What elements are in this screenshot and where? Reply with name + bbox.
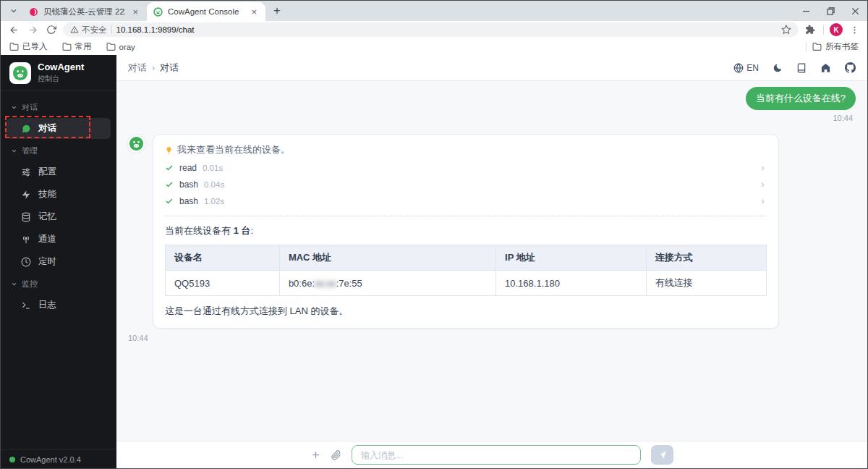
sidebar-item-chat[interactable]: 对话 (7, 118, 111, 139)
check-icon (165, 180, 174, 189)
profile-avatar[interactable]: K (830, 23, 843, 36)
language-switcher[interactable]: EN (733, 63, 759, 73)
browser-toolbar: 不安全 10.168.1.1:9899/chat K (1, 21, 867, 38)
chevron-right-icon (759, 181, 767, 189)
divider (165, 216, 767, 216)
book-icon (796, 63, 807, 73)
restore-button[interactable] (818, 1, 843, 21)
tab-search-button[interactable] (5, 2, 22, 20)
back-button[interactable] (7, 22, 21, 37)
sidebar-item-timer[interactable]: 定时 (7, 251, 111, 272)
divider (823, 25, 824, 35)
tab-title: CowAgent Console (168, 7, 244, 16)
divider (806, 42, 807, 51)
add-attachment-button[interactable] (310, 449, 321, 460)
divider (111, 25, 112, 34)
message-input[interactable] (352, 445, 641, 465)
sidebar-nav: 对话 对话 管理 配置 技能 (1, 91, 116, 449)
warning-icon (70, 25, 79, 34)
sidebar: CowAgent 控制台 对话 对话 管理 (1, 55, 116, 468)
security-status[interactable]: 不安全 (70, 25, 107, 35)
paperclip-icon (331, 450, 341, 460)
tool-call-row[interactable]: read 0.01s (165, 163, 767, 173)
docs-button[interactable] (796, 63, 807, 73)
assistant-intro: 我来查看当前在线的设备。 (165, 143, 767, 156)
globe-icon (733, 63, 744, 73)
chat-area: 当前有什么设备在线? 10:44 我来查看当前在线的设备。 (116, 81, 867, 441)
bookmark-folder-oray[interactable]: oray (106, 42, 135, 51)
mac-address-cell: b0:6e:xx:xx:7e:55 (279, 271, 495, 296)
chevron-down-icon (11, 281, 17, 287)
sliders-icon (21, 167, 31, 177)
broadcast-icon (21, 234, 31, 245)
new-tab-button[interactable]: + (268, 2, 286, 20)
app-version: CowAgent v2.0.4 (20, 455, 81, 464)
extensions-icon[interactable] (803, 22, 817, 37)
chat-bubble-icon (21, 124, 31, 134)
chevron-right-icon (759, 198, 767, 206)
clock-icon (21, 257, 31, 267)
database-icon (21, 212, 31, 222)
paper-plane-icon (658, 450, 667, 460)
sidebar-group-monitor[interactable]: 监控 (1, 274, 116, 293)
tool-call-row[interactable]: bash 1.02s (165, 196, 767, 206)
home-button[interactable] (820, 62, 831, 73)
breadcrumb-current: 对话 (160, 62, 179, 75)
tool-call-row[interactable]: bash 0.04s (165, 179, 767, 190)
browser-window: 贝锐蒲公英-云管理 222015504 × CowAgent Console ×… (0, 0, 868, 469)
page-header: 对话 › 对话 EN (116, 55, 867, 81)
message-composer (116, 441, 867, 468)
all-bookmarks-button[interactable]: 所有书签 (812, 41, 859, 52)
col-device-name: 设备名 (166, 245, 280, 271)
breadcrumb-separator: › (152, 62, 155, 73)
sidebar-item-skills[interactable]: 技能 (7, 184, 111, 205)
breadcrumb-root[interactable]: 对话 (128, 62, 147, 75)
url-text: 10.168.1.1:9899/chat (116, 25, 778, 34)
tab-title: 贝锐蒲公英-云管理 222015504 (43, 7, 125, 17)
plus-icon (310, 449, 321, 460)
status-dot-icon (9, 457, 15, 462)
tab-pgy-cloud[interactable]: 贝锐蒲公英-云管理 222015504 × (22, 2, 147, 21)
sidebar-item-logs[interactable]: 日志 (7, 295, 111, 316)
connection-type-cell: 有线连接 (646, 271, 766, 296)
lightbulb-icon (165, 145, 173, 155)
bookmark-folder-imported[interactable]: 已导入 (9, 41, 48, 52)
user-message-time: 10:44 (116, 110, 867, 122)
minimize-button[interactable] (793, 1, 818, 21)
tab-cowagent-console[interactable]: CowAgent Console × (147, 2, 265, 21)
folder-icon (62, 42, 72, 51)
chevron-down-icon (9, 7, 18, 15)
send-button[interactable] (651, 445, 673, 465)
github-link[interactable] (845, 62, 856, 73)
cowagent-favicon-icon (153, 7, 163, 17)
sidebar-item-channels[interactable]: 通道 (7, 229, 111, 250)
table-header-row: 设备名 MAC 地址 IP 地址 连接方式 (166, 245, 767, 271)
bookmark-star-icon[interactable] (781, 25, 791, 35)
main-panel: 对话 › 对话 EN (116, 55, 867, 468)
reload-button[interactable] (44, 22, 59, 37)
sidebar-group-manage[interactable]: 管理 (1, 140, 116, 160)
home-icon (820, 62, 831, 73)
close-tab-icon[interactable]: × (130, 7, 140, 17)
browser-menu-icon[interactable] (847, 22, 861, 37)
address-bar[interactable]: 不安全 10.168.1.1:9899/chat (63, 22, 799, 37)
sidebar-item-memory[interactable]: 记忆 (7, 206, 111, 227)
assistant-note: 这是一台通过有线方式连接到 LAN 的设备。 (165, 305, 767, 318)
forward-button[interactable] (25, 22, 40, 37)
window-controls (793, 1, 867, 21)
sidebar-footer: CowAgent v2.0.4 (1, 449, 116, 468)
bookmark-folder-common[interactable]: 常用 (62, 41, 92, 52)
col-mac-address: MAC 地址 (279, 245, 495, 271)
chevron-right-icon (759, 164, 767, 172)
sidebar-item-config[interactable]: 配置 (7, 161, 111, 182)
attach-file-button[interactable] (331, 450, 341, 460)
folder-icon (106, 42, 116, 51)
lightning-bolt-icon (21, 190, 31, 200)
app-logo: CowAgent 控制台 (1, 55, 116, 91)
close-window-button[interactable] (843, 1, 867, 21)
close-tab-icon[interactable]: × (249, 7, 259, 17)
app-title: CowAgent (38, 62, 84, 72)
sidebar-group-chat[interactable]: 对话 (1, 97, 116, 117)
device-count-summary: 当前在线设备有 1 台: (165, 224, 767, 237)
dark-mode-toggle[interactable] (773, 63, 783, 73)
